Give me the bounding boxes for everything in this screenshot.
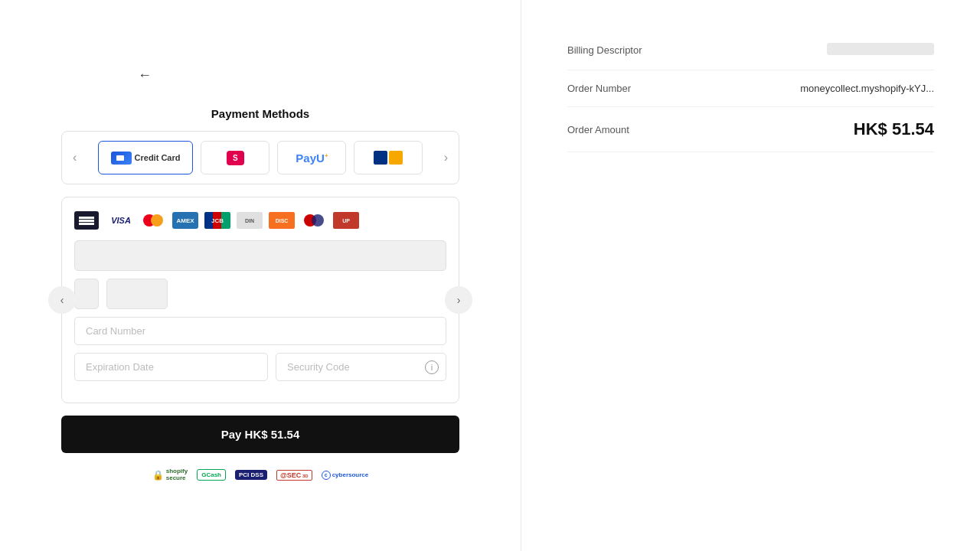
card-chip-icon [74, 211, 99, 230]
expiry-date-input[interactable] [74, 353, 268, 381]
tab-payu[interactable]: PayU+ [277, 141, 346, 174]
extra-blurred-row [74, 279, 446, 309]
card-brands-row: VISA AMEX JCB DIN DISC UP [74, 211, 446, 230]
card-form-prev-button[interactable]: ‹ [48, 286, 76, 314]
cybersource-badge: c cybersource [322, 471, 369, 480]
billing-descriptor-value [827, 43, 934, 57]
jcb-badge: JCB [204, 212, 230, 229]
order-number-value: moneycollect.myshopify-kYJ... [800, 83, 934, 94]
credit-card-tab-icon: Credit Card [111, 152, 181, 165]
tabs-next-button[interactable]: › [439, 148, 452, 168]
order-amount-value: HK$ 51.54 [854, 119, 934, 139]
billing-descriptor-blurred [827, 43, 934, 55]
extra-field-1-blurred [74, 279, 99, 309]
billing-descriptor-row: Billing Descriptor [567, 31, 934, 70]
back-button[interactable]: ← [138, 67, 152, 83]
tabs-prev-button[interactable]: ‹ [68, 148, 81, 168]
gcash-badge: GCash [197, 469, 226, 481]
expiry-security-row: i [74, 353, 446, 381]
payu-logo: PayU+ [296, 152, 328, 165]
billing-descriptor-label: Billing Descriptor [567, 44, 642, 56]
order-number-row: Order Number moneycollect.myshopify-kYJ.… [567, 70, 934, 107]
order-amount-row: Order Amount HK$ 51.54 [567, 107, 934, 152]
diners-badge: DIN [237, 212, 263, 229]
pay-button[interactable]: Pay HK$ 51.54 [61, 416, 459, 453]
right-panel: Billing Descriptor Order Number moneycol… [521, 0, 980, 551]
card-form-next-button[interactable]: › [445, 286, 472, 314]
amex-badge: AMEX [172, 212, 198, 229]
visa-badge: VISA [108, 212, 134, 229]
pci-dss-badge: PCI DSS [235, 470, 267, 480]
shopify-secure-badge: 🔒 shopifysecure [152, 468, 188, 482]
tab-credit-card[interactable]: Credit Card [98, 141, 194, 174]
security-code-input[interactable] [276, 353, 446, 381]
security-badges: 🔒 shopifysecure GCash PCI DSS @SEC 3D c … [61, 468, 459, 482]
cardholder-name-blurred [74, 240, 446, 271]
left-panel: ← Payment Methods ‹ Credit Card S [0, 0, 521, 551]
cardholder-blurred-row [74, 240, 446, 271]
security-code-info-icon[interactable]: i [425, 360, 439, 374]
maestro-badge [301, 212, 327, 229]
extra-field-2-blurred [106, 279, 168, 309]
card-number-input[interactable] [74, 317, 446, 345]
security-code-wrapper: i [276, 353, 446, 381]
bancontact-logo [374, 151, 403, 165]
payment-tabs: Credit Card S PayU+ [87, 141, 434, 174]
payment-tabs-container: ‹ Credit Card S PayU+ [61, 131, 459, 184]
mastercard-badge [140, 212, 166, 229]
sec-badge: @SEC 3D [276, 470, 312, 481]
unionpay-badge: UP [333, 212, 359, 229]
order-amount-label: Order Amount [567, 124, 629, 135]
satispay-logo: S [227, 151, 244, 165]
order-number-label: Order Number [567, 83, 631, 94]
lock-icon: 🔒 [152, 470, 164, 481]
card-form-panel: ‹ › VISA AMEX JCB DIN DISC [61, 197, 459, 403]
tab-bancontact[interactable] [354, 141, 423, 174]
tab-satispay[interactable]: S [201, 141, 270, 174]
discover-badge: DISC [269, 212, 295, 229]
payment-methods-title: Payment Methods [61, 107, 459, 120]
payment-methods-section: Payment Methods ‹ Credit Card S [61, 107, 459, 497]
